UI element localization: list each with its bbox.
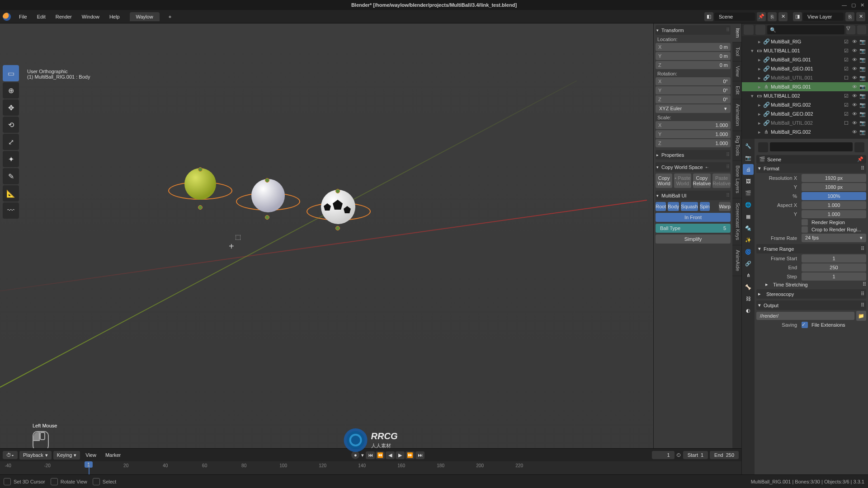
renderable-camera-icon[interactable]: 📷 <box>859 129 866 135</box>
current-frame-input[interactable]: 1 <box>652 451 675 459</box>
outliner-row[interactable]: ▸🔗MultiBall_RIG.001☑👁📷 <box>742 55 868 64</box>
menu-edit[interactable]: Edit <box>33 12 50 21</box>
props-type-dropdown[interactable] <box>758 142 768 152</box>
outliner-display-dropdown[interactable] <box>755 25 765 35</box>
renderable-camera-icon[interactable]: 📷 <box>859 93 866 99</box>
outliner-new-collection-icon[interactable] <box>857 25 866 34</box>
npanel-tab-rig-tools[interactable]: Rig Tools <box>732 131 741 161</box>
visibility-eye-icon[interactable]: 👁 <box>851 120 858 126</box>
scene-delete-icon[interactable]: ✕ <box>778 12 788 21</box>
pin-icon[interactable]: 📌 <box>857 156 863 162</box>
npanel-tab-animaide[interactable]: AnimAide <box>732 245 741 276</box>
body-button[interactable]: Body <box>668 202 679 211</box>
rig-handle[interactable] <box>265 215 269 220</box>
enable-checkbox-icon[interactable]: ☑ <box>843 111 850 117</box>
browse-folder-icon[interactable]: 📁 <box>856 311 866 321</box>
props-opts-icon[interactable] <box>854 142 864 152</box>
aspecty-input[interactable]: 1.000 <box>802 210 866 218</box>
enable-checkbox-icon[interactable] <box>843 129 850 135</box>
aspectx-input[interactable]: 1.000 <box>802 201 866 209</box>
autokey-toggle-icon[interactable]: ● <box>351 451 359 459</box>
enable-checkbox-icon[interactable]: ☐ <box>843 120 850 126</box>
enable-checkbox-icon[interactable]: ☐ <box>843 75 850 81</box>
scene-browse-icon[interactable]: ◧ <box>704 12 713 21</box>
copy-relative-button[interactable]: Copy Relative <box>693 174 711 188</box>
loc-x-input[interactable]: X0 m <box>656 43 731 51</box>
simplify-button[interactable]: Simplify <box>656 235 731 244</box>
tool-scale[interactable]: ⤢ <box>3 134 19 150</box>
enable-checkbox-icon[interactable]: ☑ <box>843 102 850 108</box>
range-lock-icon[interactable]: ⏲ <box>676 452 681 458</box>
tennis-ball[interactable] <box>184 168 216 200</box>
scene-field[interactable]: Scene <box>714 13 755 21</box>
golf-ball[interactable] <box>251 179 285 212</box>
npanel-tab-tool[interactable]: Tool <box>732 42 741 61</box>
viewlayer-browse-icon[interactable]: ◨ <box>793 12 802 21</box>
framerate-dropdown[interactable]: 24 fps▾ <box>802 234 866 242</box>
tl-marker-menu[interactable]: Marker <box>102 450 124 460</box>
rig-handle[interactable] <box>198 205 203 210</box>
disclosure-triangle-icon[interactable]: ▸ <box>756 111 763 117</box>
scale-x-input[interactable]: X1.000 <box>656 121 731 129</box>
enable-checkbox-icon[interactable]: ☑ <box>843 39 850 45</box>
proptab-boneconstraint-icon[interactable]: ⛓ <box>743 293 754 304</box>
scene-pin-icon[interactable]: 📌 <box>757 12 766 21</box>
outliner-filter-icon[interactable]: ▽ <box>846 25 855 34</box>
proptab-material-icon[interactable]: ◐ <box>743 305 754 316</box>
renderable-camera-icon[interactable]: 📷 <box>859 120 866 126</box>
outliner-row[interactable]: ▸🔗MultiBall_GEO.001☑👁📷 <box>742 64 868 73</box>
outliner-row[interactable]: ▸🔗MultiBall_GEO.002☑👁📷 <box>742 109 868 118</box>
disclosure-triangle-icon[interactable]: ▸ <box>756 102 763 108</box>
viewport-3d[interactable]: ⬚ User Orthographic (1) MultiBall_RIG.00… <box>0 23 653 474</box>
renderable-camera-icon[interactable]: 📷 <box>859 102 866 108</box>
close-icon[interactable]: ✕ <box>860 2 864 8</box>
framestep-input[interactable]: 1 <box>802 272 866 281</box>
visibility-eye-icon[interactable]: 👁 <box>851 84 858 90</box>
npanel-properties-header[interactable]: ▸Properties⠿ <box>656 150 731 160</box>
enable-checkbox-icon[interactable] <box>843 84 850 90</box>
workspace-tab[interactable]: Waylow <box>130 12 160 21</box>
disclosure-triangle-icon[interactable]: ▾ <box>749 48 755 54</box>
proptab-particles-icon[interactable]: ✨ <box>743 235 754 245</box>
proptab-render-icon[interactable]: 📷 <box>743 152 754 163</box>
renderable-camera-icon[interactable]: 📷 <box>859 57 866 63</box>
disclosure-triangle-icon[interactable]: ▾ <box>749 93 755 99</box>
rot-y-input[interactable]: Y0° <box>656 86 731 94</box>
npanel-tab-view[interactable]: View <box>732 61 741 82</box>
proptab-world-icon[interactable]: 🌐 <box>743 199 754 210</box>
proptab-bone-icon[interactable]: 🦴 <box>743 282 754 292</box>
renderable-camera-icon[interactable]: 📷 <box>859 84 866 90</box>
renderable-camera-icon[interactable]: 📷 <box>859 48 866 54</box>
key-next-icon[interactable]: ⏩ <box>406 451 415 459</box>
npanel-mbui-header[interactable]: ▾MultiBall UI⠿ <box>656 191 731 200</box>
proptab-scene-icon[interactable]: 🎬 <box>743 188 754 198</box>
npanel-tab-item[interactable]: Item <box>732 23 741 42</box>
resx-input[interactable]: 1920 px <box>802 174 866 182</box>
keying-dropdown[interactable]: Keying ▾ <box>53 451 80 460</box>
rot-x-input[interactable]: X0° <box>656 77 731 85</box>
rot-mode-dropdown[interactable]: XYZ Euler▾ <box>656 104 731 113</box>
menu-window[interactable]: Window <box>77 12 104 21</box>
rig-handle[interactable] <box>198 167 203 172</box>
tool-select-box[interactable]: ▭ <box>3 65 19 81</box>
tool-extras[interactable]: 〰 <box>3 202 19 219</box>
resy-input[interactable]: 1080 px <box>802 183 866 191</box>
npanel-tab-animation[interactable]: Animation <box>732 99 741 131</box>
tool-rotate[interactable]: ⟲ <box>3 117 19 133</box>
outliner-row[interactable]: ▸⋔MultiBall_RIG.002👁📷 <box>742 127 868 136</box>
warp-button[interactable]: Warp <box>719 202 731 211</box>
disclosure-triangle-icon[interactable]: ▸ <box>756 120 763 126</box>
proptab-viewlayer-icon[interactable]: 🖼 <box>743 176 754 187</box>
menu-render[interactable]: Render <box>51 12 76 21</box>
copy-world-button[interactable]: Copy World <box>656 174 672 188</box>
fileext-checkbox[interactable]: ✓ <box>802 322 808 328</box>
infront-button[interactable]: In Front <box>656 213 731 222</box>
npanel-tab-bone-layers[interactable]: Bone Layers <box>732 161 741 198</box>
props-search-input[interactable] <box>770 142 853 151</box>
proptab-modifier-icon[interactable]: 🔩 <box>743 223 754 234</box>
outliner-row[interactable]: ▸🔗MultiBall_RIG☑👁📷 <box>742 37 868 46</box>
paste-world-button[interactable]: • Paste World <box>674 174 691 188</box>
npanel-tab-screencast-keys[interactable]: Screencast Keys <box>732 198 741 245</box>
outliner-row[interactable]: ▾▭MULTIBALL.002☑👁📷 <box>742 91 868 100</box>
output-header[interactable]: ▾Output⠿ <box>756 300 866 310</box>
